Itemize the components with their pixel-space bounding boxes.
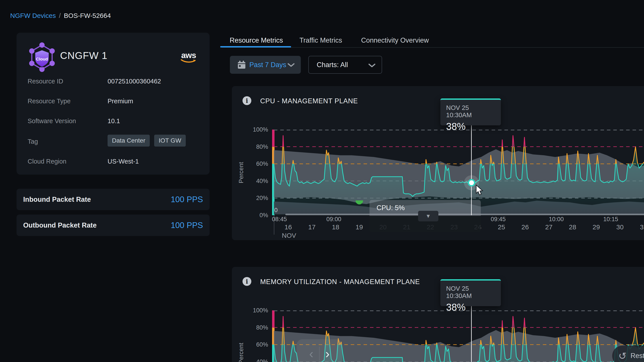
chevron-down-icon [288,63,294,68]
tab-traffic-metrics[interactable]: Traffic Metrics [300,36,342,44]
cpu-chart-title: CPU - MANAGEMENT PLANE [260,97,358,105]
page-root: NGFW Devices / BOS-FW-52664 Cloud CNGFW … [0,0,644,362]
field-value-software-version: 10.1 [108,117,120,125]
restart-button[interactable]: ↺ Restart [612,346,644,362]
mouse-cursor-icon [474,185,486,198]
paginator-prev-button[interactable]: ‹ [304,347,319,360]
tag-chip-data-center: Data Center [108,135,150,147]
cloud-icon-label: Cloud [36,57,48,61]
field-label-resource-id: Resource ID [28,78,63,85]
x-day-tick-label: 27 [545,223,552,231]
x-day-tick-label: 29 [592,223,600,231]
y-axis-labels: 100%80%60%40%20%0% [245,310,268,362]
tooltip-timestamp: NOV 25 10:30AM [446,104,495,119]
x-day-tick-label: 18 [332,223,339,231]
x-day-tick-label: 19 [356,223,363,231]
cpu-value-tooltip-text: CPU: 5% [370,204,404,212]
tag-chip-group: Data Center IOT GW [108,135,189,147]
outbound-packet-rate-card: Outbound Packet Rate 100 PPS [16,215,210,236]
field-label-tag: Tag [28,138,38,145]
x-axis-month-label: NOV [282,232,296,239]
tag-chip-iot-gw: IOT GW [154,135,186,147]
memory-chart-tooltip: NOV 25 10:30AM 38% [440,279,501,306]
charts-filter-dropdown[interactable]: Charts: All [308,56,382,74]
paginator-next-button[interactable]: › [320,347,335,360]
x-day-tick-label: 28 [569,223,576,231]
y-tick-label: 40% [245,358,268,362]
tab-connectivity-overview[interactable]: Connectivity Overview [361,36,429,44]
inbound-packet-rate-value: 100 PPS [171,195,203,204]
y-tick-label: 40% [245,177,268,185]
inbound-packet-rate-label: Inbound Packet Rate [23,196,91,204]
info-icon[interactable]: i [242,96,251,105]
breadcrumb: NGFW Devices / BOS-FW-52664 [10,12,111,19]
date-range-dropdown[interactable]: Past 7 Days [230,56,301,74]
aws-logo-text: aws [180,51,197,60]
x-day-tick-label: 17 [308,223,316,231]
field-label-cloud-region: Cloud Region [28,158,66,165]
memory-chart-card: i MEMORY UTILIZATION - MANAGEMENT PLANE … [232,267,644,362]
device-title: CNGFW 1 [60,50,108,61]
y-tick-label: 0% [245,212,268,219]
hover-point-marker [468,179,475,187]
x-day-tick-label: 26 [522,223,529,231]
tab-resource-metrics[interactable]: Resource Metrics [230,36,283,44]
y-tick-label: 20% [245,194,268,202]
cpu-chart-tooltip: NOV 25 10:30AM 38% [440,98,501,125]
y-tick-label: 100% [245,307,268,314]
x-time-tick-label: 08:45 [272,216,287,223]
outbound-packet-rate-label: Outbound Packet Rate [23,221,96,229]
calendar-icon [237,60,246,70]
restart-button-label: Restart [630,352,644,360]
y-tick-label: 60% [245,160,268,167]
field-value-resource-type: Premium [108,98,133,105]
x-day-tick-label: 25 [498,223,505,231]
aws-logo-icon: aws [180,51,197,64]
device-info-card: Cloud CNGFW 1 aws Resource ID 0072510003… [16,33,210,175]
cloud-device-icon: Cloud [28,42,56,73]
y-axis-title: Percent [238,159,245,186]
breadcrumb-parent-link[interactable]: NGFW Devices [10,12,56,19]
x-day-tick-label: 31 [640,223,644,231]
charts-filter-label: Charts: All [317,61,348,69]
inbound-packet-rate-card: Inbound Packet Rate 100 PPS [16,189,210,210]
field-value-cloud-region: US-West-1 [108,158,139,165]
restart-icon: ↺ [612,350,630,362]
y-tick-label: 80% [245,324,268,331]
x-time-tick-label: 09:00 [326,216,342,223]
field-label-resource-type: Resource Type [28,98,71,105]
breadcrumb-separator: / [56,12,64,19]
chevron-down-icon [368,63,376,69]
x-time-tick-label: 09:45 [491,216,506,223]
x-axis-origin-label: 0 [274,207,278,214]
chart-paginator: ‹ › [296,339,342,362]
outbound-packet-rate-value: 100 PPS [171,221,203,230]
active-tab-underline [220,46,291,47]
y-axis-title: Percent [238,340,245,362]
breadcrumb-current: BOS-FW-52664 [64,12,111,19]
y-tick-label: 100% [245,126,268,133]
y-axis-labels: 100%80%60%40%20%0% [245,130,268,215]
field-value-resource-id: 007251000360462 [108,78,161,85]
memory-chart-title: MEMORY UTILIZATION - MANAGEMENT PLANE [260,278,420,286]
x-time-tick-label: 10:15 [603,216,618,223]
tooltip-value: 38% [446,302,495,313]
y-tick-label: 80% [245,143,268,150]
crosshair-line [471,306,472,362]
y-tick-label: 60% [245,341,268,348]
date-range-label: Past 7 Days [249,61,286,69]
x-time-tick-label: 10:00 [549,216,564,223]
field-label-software-version: Software Version [28,117,76,125]
cpu-chart-card: i CPU - MANAGEMENT PLANE Percent 100%80%… [232,86,644,240]
x-day-tick-label: 30 [616,223,624,231]
crosshair-line [471,125,472,215]
info-icon[interactable]: i [242,277,251,286]
axis-pointer-handle[interactable]: ▼ [418,211,438,221]
tooltip-timestamp: NOV 25 10:30AM [446,285,495,300]
x-day-tick-label: 16 [284,223,292,231]
tooltip-value: 38% [446,121,495,132]
